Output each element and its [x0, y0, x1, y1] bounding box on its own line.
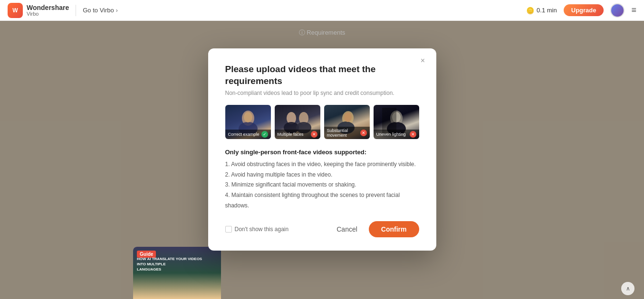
- dont-show-text: Don't show this again: [235, 226, 289, 233]
- modal-close-button[interactable]: ×: [417, 55, 429, 66]
- movement-label: Substantial movement ✕: [324, 127, 370, 139]
- req-list: 1. Avoid obstructing faces in the video,…: [225, 159, 419, 211]
- lighting-label: Uneven lighting ✕: [374, 130, 419, 139]
- cancel-button[interactable]: Cancel: [330, 222, 364, 237]
- modal-title: Please upload videos that meet the requi…: [225, 64, 419, 87]
- err-icon-3: ✕: [410, 131, 416, 138]
- req-item-1: 1. Avoid obstructing faces in the video,…: [225, 159, 419, 170]
- correct-example-label: Correct example ✓: [225, 130, 271, 139]
- image-card-multiple: Multiple faces ✕: [275, 105, 320, 139]
- dont-show-checkbox[interactable]: [225, 226, 232, 233]
- modal-footer: Don't show this again Cancel Confirm: [225, 221, 419, 237]
- modal-subtitle: Non-compliant videos lead to poor lip sy…: [225, 90, 419, 96]
- ok-icon: ✓: [261, 131, 268, 138]
- example-image-grid: Correct example ✓ Multiple faces ✕: [225, 105, 419, 139]
- confirm-button[interactable]: Confirm: [369, 221, 419, 237]
- err-icon-2: ✕: [360, 130, 367, 136]
- image-card-correct: Correct example ✓: [225, 105, 271, 139]
- footer-buttons: Cancel Confirm: [330, 221, 419, 237]
- image-card-lighting: Uneven lighting ✕: [374, 105, 419, 139]
- req-item-2: 2. Avoid having multiple faces in the vi…: [225, 170, 419, 180]
- dont-show-checkbox-label[interactable]: Don't show this again: [225, 226, 289, 233]
- image-card-movement: Substantial movement ✕: [324, 105, 370, 139]
- modal-backdrop: × Please upload videos that meet the req…: [0, 0, 644, 299]
- req-item-3: 3. Minimize significant facial movements…: [225, 180, 419, 190]
- req-title: Only single-person front-face videos sup…: [225, 149, 419, 156]
- err-icon-1: ✕: [311, 131, 317, 138]
- req-item-4: 4. Maintain consistent lighting througho…: [225, 190, 419, 211]
- multiple-faces-label: Multiple faces ✕: [275, 130, 320, 139]
- svg-point-2: [244, 112, 252, 122]
- requirements-modal: × Please upload videos that meet the req…: [208, 48, 436, 251]
